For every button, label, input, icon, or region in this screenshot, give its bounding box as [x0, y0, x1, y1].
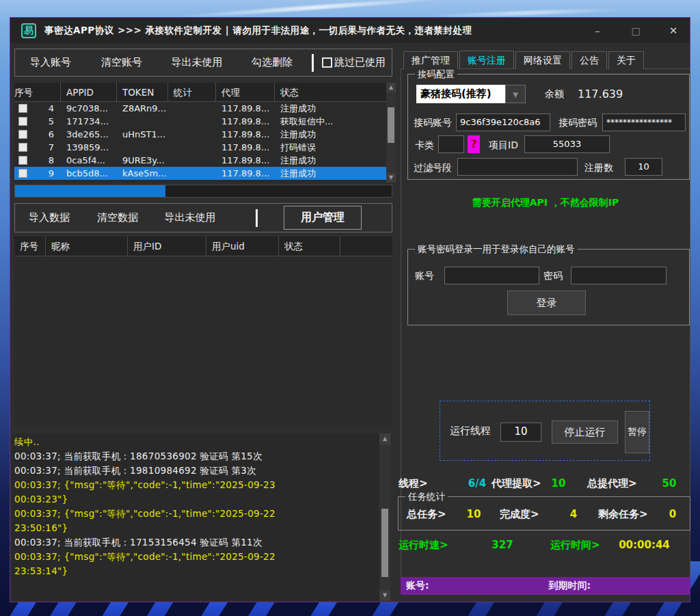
total-tasks-label: 总任务>: [407, 508, 446, 521]
tab-bar: 推广管理账号注册网络设置公告关于: [403, 51, 645, 69]
row-seq: 5: [27, 116, 61, 126]
login-password-input[interactable]: [571, 267, 667, 284]
login-account-input[interactable]: [444, 267, 539, 284]
proxy-fetch-label: 代理提取>: [492, 477, 541, 490]
row-checkbox[interactable]: [18, 117, 27, 126]
project-id-input[interactable]: 55033: [524, 135, 610, 153]
login-group: 账号密码登录一用于登录你自己的账号 账号 密码 登录: [407, 249, 690, 325]
filter-label: 过滤号段: [414, 162, 452, 174]
log-box[interactable]: 续中..00:03:37; 当前获取手机：18670536902 验证码 第15…: [12, 433, 390, 601]
run-controls-box: 运行线程 10 停止运行 暂停: [440, 401, 650, 461]
accounts-column-header: 统计: [168, 83, 216, 101]
minimize-button[interactable]: –: [582, 18, 612, 43]
log-scrollbar[interactable]: ▲ ▼: [379, 433, 390, 601]
users-toolbar: 导入数据 清空数据 导出未使用 用户管理: [14, 203, 392, 232]
scrollbar-thumb[interactable]: [388, 107, 394, 143]
account-row[interactable]: 5171734...117.89.8...获取短信中...: [14, 115, 396, 128]
login-button[interactable]: 登录: [507, 291, 586, 315]
register-count-input[interactable]: 10: [625, 158, 662, 176]
scroll-down-icon[interactable]: ▼: [386, 173, 396, 183]
skip-used-option[interactable]: 跳过已使用: [322, 56, 386, 69]
proxy-warning-text: 需要开启代理API ，不然会限制IP: [401, 197, 690, 209]
row-checkbox[interactable]: [18, 143, 27, 152]
account-row[interactable]: 63de265...uHnST1...117.89.8...注册成功: [14, 128, 396, 141]
log-line: 00:03:37; 当前获取手机：17153156454 验证码 第11次: [14, 535, 378, 550]
pause-button[interactable]: 暂停: [625, 411, 649, 453]
scroll-up-icon[interactable]: ▲: [386, 83, 396, 92]
clear-data-button[interactable]: 清空数据: [83, 211, 152, 224]
row-cell: 117.89.8...: [216, 168, 275, 178]
balance-label: 余额: [545, 88, 564, 101]
app-logo-icon: 易: [21, 23, 36, 38]
maximize-button[interactable]: □: [621, 18, 651, 43]
row-cell: Z8ARn9...: [117, 103, 168, 113]
log-line: 23:50:16"}: [14, 521, 378, 535]
run-speed-label: 运行时速>: [399, 539, 448, 552]
provider-dropdown[interactable]: 豪猪接码(推荐): [416, 85, 505, 103]
filter-input[interactable]: [457, 158, 578, 176]
window-title: 事密达APP协议 >>> 承接软件定制开发 | 请勿用于非法用途，一切后果与作者…: [44, 25, 472, 37]
import-data-button[interactable]: 导入数据: [15, 211, 83, 224]
tab-3[interactable]: 网络设置: [515, 51, 570, 69]
skip-used-checkbox[interactable]: [322, 57, 332, 68]
export-unused-accounts-button[interactable]: 导出未使用: [157, 56, 237, 69]
tab-2[interactable]: 账号注册: [459, 51, 514, 68]
card-type-input[interactable]: [438, 135, 464, 153]
export-unused-data-button[interactable]: 导出未使用: [152, 211, 228, 224]
account-row[interactable]: 9bcb5d8...kAse5m...117.89.8...注册成功: [14, 167, 396, 180]
accounts-scrollbar[interactable]: ▲ ▼: [386, 83, 396, 183]
users-column-header: 序号: [14, 237, 46, 256]
total-proxy-value: 50: [649, 477, 690, 490]
row-checkbox[interactable]: [18, 169, 27, 178]
run-time-label: 运行时间>: [550, 539, 600, 552]
progress-fill: [15, 185, 165, 197]
help-button[interactable]: ?: [468, 135, 480, 153]
scrollbar-thumb[interactable]: [381, 509, 388, 577]
close-button[interactable]: ✕: [658, 18, 688, 43]
chevron-down-icon[interactable]: ▼: [505, 85, 526, 103]
clear-accounts-button[interactable]: 清空账号: [86, 56, 157, 69]
log-line: 00:03:23"}: [14, 492, 378, 507]
account-row[interactable]: 80ca5f4...9URE3y...117.89.8...注册成功: [14, 154, 396, 167]
total-proxy-label: 总提代理>: [587, 477, 637, 490]
user-manage-button[interactable]: 用户管理: [284, 206, 362, 230]
card-type-label: 卡类: [415, 139, 434, 152]
delete-checked-button[interactable]: 勾选删除: [237, 56, 308, 69]
sms-password-input[interactable]: ****************: [602, 113, 686, 131]
accounts-column-header: 代理: [216, 83, 275, 101]
import-accounts-button[interactable]: 导入账号: [15, 56, 86, 69]
login-group-title: 账号密码登录一用于登录你自己的账号: [415, 243, 578, 256]
title-bar[interactable]: 易 事密达APP协议 >>> 承接软件定制开发 | 请勿用于非法用途，一切后果与…: [10, 18, 690, 43]
sms-account-input[interactable]: 9c36f39e120c8a6: [456, 113, 550, 131]
scroll-down-icon[interactable]: ▼: [379, 590, 390, 601]
accounts-column-header: TOKEN: [117, 83, 168, 101]
tab-4[interactable]: 公告: [571, 51, 607, 69]
progress-bar: [14, 185, 392, 198]
account-row[interactable]: 7139859...117.89.8...打码错误: [14, 141, 396, 154]
row-checkbox[interactable]: [18, 130, 27, 139]
row-cell: 9URE3y...: [117, 155, 168, 165]
row-cell: bcb5d8...: [61, 168, 117, 178]
task-stats-title: 任务统计: [405, 491, 448, 503]
sms-group-title: 接码配置: [415, 68, 457, 81]
log-line: 00:03:37; 当前获取手机：18670536902 验证码 第15次: [14, 449, 378, 464]
tab-1[interactable]: 推广管理: [403, 51, 458, 69]
row-checkbox[interactable]: [18, 104, 27, 113]
row-checkbox[interactable]: [18, 156, 27, 165]
row-seq: 6: [27, 129, 61, 139]
row-cell: 171734...: [61, 116, 117, 126]
remain-value: 0: [656, 508, 690, 520]
register-count-label: 注册数: [584, 162, 613, 174]
stop-run-button[interactable]: 停止运行: [552, 420, 618, 444]
tab-5[interactable]: 关于: [608, 51, 644, 69]
row-cell: 117.89.8...: [216, 116, 275, 126]
thread-count-input[interactable]: 10: [500, 423, 541, 442]
account-row[interactable]: 49c7038...Z8ARn9...117.89.8...注册成功: [14, 102, 396, 115]
row-cell: 139859...: [61, 142, 117, 152]
license-account-label: 账号:: [406, 580, 429, 592]
skip-used-label: 跳过已使用: [334, 56, 386, 69]
row-cell: 117.89.8...: [216, 103, 275, 113]
scroll-up-icon[interactable]: ▲: [379, 433, 390, 444]
users-column-header: 用户uid: [206, 237, 279, 256]
remain-label: 剩余任务>: [598, 508, 648, 521]
